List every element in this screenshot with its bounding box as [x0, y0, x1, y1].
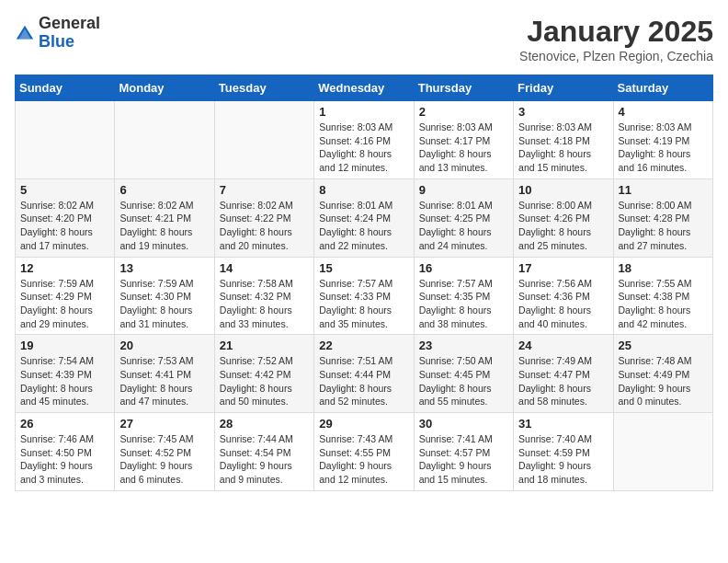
- calendar-day-cell: 17Sunrise: 7:56 AM Sunset: 4:36 PM Dayli…: [514, 257, 613, 335]
- day-number: 5: [20, 183, 109, 197]
- calendar-day-cell: 21Sunrise: 7:52 AM Sunset: 4:42 PM Dayli…: [214, 335, 313, 413]
- logo-icon: [15, 24, 35, 44]
- day-info: Sunrise: 7:43 AM Sunset: 4:55 PM Dayligh…: [319, 432, 408, 487]
- day-number: 28: [220, 417, 309, 431]
- day-info: Sunrise: 7:59 AM Sunset: 4:30 PM Dayligh…: [119, 277, 209, 331]
- day-number: 16: [419, 261, 508, 275]
- day-number: 1: [319, 105, 408, 119]
- day-info: Sunrise: 7:54 AM Sunset: 4:39 PM Dayligh…: [20, 354, 109, 408]
- day-info: Sunrise: 8:02 AM Sunset: 4:21 PM Dayligh…: [119, 199, 209, 253]
- day-of-week-header: Tuesday: [214, 75, 313, 101]
- calendar-week-row: 5Sunrise: 8:02 AM Sunset: 4:20 PM Daylig…: [16, 178, 713, 257]
- day-info: Sunrise: 7:59 AM Sunset: 4:29 PM Dayligh…: [20, 277, 109, 331]
- day-of-week-header: Sunday: [16, 75, 115, 101]
- title-area: January 2025 Stenovice, Plzen Region, Cz…: [519, 15, 713, 63]
- day-info: Sunrise: 7:49 AM Sunset: 4:47 PM Dayligh…: [518, 354, 608, 408]
- day-number: 26: [20, 417, 109, 431]
- day-number: 23: [419, 339, 508, 352]
- day-number: 4: [619, 105, 708, 119]
- month-title: January 2025: [519, 15, 713, 49]
- calendar-day-cell: 6Sunrise: 8:02 AM Sunset: 4:21 PM Daylig…: [115, 178, 214, 257]
- calendar-day-cell: 27Sunrise: 7:45 AM Sunset: 4:52 PM Dayli…: [115, 413, 214, 491]
- calendar-header-row: SundayMondayTuesdayWednesdayThursdayFrid…: [16, 75, 713, 101]
- day-info: Sunrise: 7:46 AM Sunset: 4:50 PM Dayligh…: [20, 432, 109, 487]
- day-number: 18: [619, 261, 708, 275]
- day-info: Sunrise: 7:41 AM Sunset: 4:57 PM Dayligh…: [419, 432, 508, 487]
- day-info: Sunrise: 7:44 AM Sunset: 4:54 PM Dayligh…: [220, 432, 309, 487]
- day-info: Sunrise: 7:52 AM Sunset: 4:42 PM Dayligh…: [220, 354, 309, 408]
- day-info: Sunrise: 8:00 AM Sunset: 4:26 PM Dayligh…: [518, 199, 608, 253]
- day-info: Sunrise: 7:57 AM Sunset: 4:35 PM Dayligh…: [419, 277, 508, 331]
- day-number: 17: [518, 261, 608, 275]
- calendar-day-cell: 26Sunrise: 7:46 AM Sunset: 4:50 PM Dayli…: [16, 413, 115, 491]
- day-number: 29: [319, 417, 408, 431]
- day-info: Sunrise: 7:53 AM Sunset: 4:41 PM Dayligh…: [119, 354, 209, 408]
- day-of-week-header: Wednesday: [314, 75, 414, 101]
- subtitle: Stenovice, Plzen Region, Czechia: [519, 49, 713, 63]
- calendar-day-cell: 15Sunrise: 7:57 AM Sunset: 4:33 PM Dayli…: [314, 257, 414, 335]
- day-info: Sunrise: 7:45 AM Sunset: 4:52 PM Dayligh…: [119, 432, 209, 487]
- calendar-day-cell: 1Sunrise: 8:03 AM Sunset: 4:16 PM Daylig…: [314, 101, 414, 179]
- calendar-day-cell: 28Sunrise: 7:44 AM Sunset: 4:54 PM Dayli…: [214, 413, 313, 491]
- day-info: Sunrise: 8:00 AM Sunset: 4:28 PM Dayligh…: [619, 199, 708, 253]
- day-number: 7: [220, 183, 309, 197]
- calendar-day-cell: 16Sunrise: 7:57 AM Sunset: 4:35 PM Dayli…: [414, 257, 513, 335]
- calendar: SundayMondayTuesdayWednesdayThursdayFrid…: [15, 75, 713, 491]
- day-number: 8: [319, 183, 408, 197]
- calendar-day-cell: 30Sunrise: 7:41 AM Sunset: 4:57 PM Dayli…: [414, 413, 513, 491]
- day-number: 9: [419, 183, 508, 197]
- day-of-week-header: Monday: [115, 75, 214, 101]
- calendar-day-cell: 25Sunrise: 7:48 AM Sunset: 4:49 PM Dayli…: [613, 335, 712, 413]
- calendar-week-row: 1Sunrise: 8:03 AM Sunset: 4:16 PM Daylig…: [16, 101, 713, 179]
- calendar-day-cell: 31Sunrise: 7:40 AM Sunset: 4:59 PM Dayli…: [514, 413, 613, 491]
- logo-blue-text: Blue: [39, 33, 100, 52]
- calendar-week-row: 26Sunrise: 7:46 AM Sunset: 4:50 PM Dayli…: [16, 413, 713, 491]
- calendar-day-cell: 11Sunrise: 8:00 AM Sunset: 4:28 PM Dayli…: [613, 178, 712, 257]
- calendar-day-cell: 7Sunrise: 8:02 AM Sunset: 4:22 PM Daylig…: [214, 178, 313, 257]
- day-number: 10: [518, 183, 608, 197]
- calendar-day-cell: 4Sunrise: 8:03 AM Sunset: 4:19 PM Daylig…: [613, 101, 712, 179]
- calendar-day-cell: 5Sunrise: 8:02 AM Sunset: 4:20 PM Daylig…: [16, 178, 115, 257]
- calendar-day-cell: 12Sunrise: 7:59 AM Sunset: 4:29 PM Dayli…: [16, 257, 115, 335]
- day-info: Sunrise: 8:03 AM Sunset: 4:18 PM Dayligh…: [518, 121, 608, 175]
- day-number: 24: [518, 339, 608, 352]
- day-of-week-header: Saturday: [613, 75, 712, 101]
- calendar-day-cell: [214, 101, 313, 179]
- calendar-day-cell: 8Sunrise: 8:01 AM Sunset: 4:24 PM Daylig…: [314, 178, 414, 257]
- logo-text: General Blue: [39, 15, 100, 52]
- calendar-day-cell: 13Sunrise: 7:59 AM Sunset: 4:30 PM Dayli…: [115, 257, 214, 335]
- day-number: 15: [319, 261, 408, 275]
- calendar-day-cell: 29Sunrise: 7:43 AM Sunset: 4:55 PM Dayli…: [314, 413, 414, 491]
- calendar-day-cell: 24Sunrise: 7:49 AM Sunset: 4:47 PM Dayli…: [514, 335, 613, 413]
- logo: General Blue: [15, 15, 100, 52]
- day-info: Sunrise: 7:48 AM Sunset: 4:49 PM Dayligh…: [619, 354, 708, 408]
- day-number: 27: [119, 417, 209, 431]
- day-info: Sunrise: 7:51 AM Sunset: 4:44 PM Dayligh…: [319, 354, 408, 408]
- header: General Blue January 2025 Stenovice, Plz…: [15, 15, 713, 63]
- day-info: Sunrise: 8:01 AM Sunset: 4:24 PM Dayligh…: [319, 199, 408, 253]
- day-info: Sunrise: 7:40 AM Sunset: 4:59 PM Dayligh…: [518, 432, 608, 487]
- calendar-day-cell: 18Sunrise: 7:55 AM Sunset: 4:38 PM Dayli…: [613, 257, 712, 335]
- day-number: 11: [619, 183, 708, 197]
- calendar-week-row: 12Sunrise: 7:59 AM Sunset: 4:29 PM Dayli…: [16, 257, 713, 335]
- day-number: 14: [220, 261, 309, 275]
- day-of-week-header: Friday: [514, 75, 613, 101]
- day-number: 13: [119, 261, 209, 275]
- day-number: 22: [319, 339, 408, 352]
- calendar-day-cell: 2Sunrise: 8:03 AM Sunset: 4:17 PM Daylig…: [414, 101, 513, 179]
- day-number: 19: [20, 339, 109, 352]
- day-number: 3: [518, 105, 608, 119]
- day-info: Sunrise: 7:55 AM Sunset: 4:38 PM Dayligh…: [619, 277, 708, 331]
- calendar-day-cell: [16, 101, 115, 179]
- day-info: Sunrise: 8:02 AM Sunset: 4:22 PM Dayligh…: [220, 199, 309, 253]
- calendar-day-cell: 14Sunrise: 7:58 AM Sunset: 4:32 PM Dayli…: [214, 257, 313, 335]
- day-info: Sunrise: 7:58 AM Sunset: 4:32 PM Dayligh…: [220, 277, 309, 331]
- calendar-day-cell: [115, 101, 214, 179]
- day-number: 25: [619, 339, 708, 352]
- calendar-day-cell: 22Sunrise: 7:51 AM Sunset: 4:44 PM Dayli…: [314, 335, 414, 413]
- day-info: Sunrise: 8:03 AM Sunset: 4:17 PM Dayligh…: [419, 121, 508, 175]
- day-number: 31: [518, 417, 608, 431]
- calendar-week-row: 19Sunrise: 7:54 AM Sunset: 4:39 PM Dayli…: [16, 335, 713, 413]
- calendar-day-cell: [613, 413, 712, 491]
- day-info: Sunrise: 8:02 AM Sunset: 4:20 PM Dayligh…: [20, 199, 109, 253]
